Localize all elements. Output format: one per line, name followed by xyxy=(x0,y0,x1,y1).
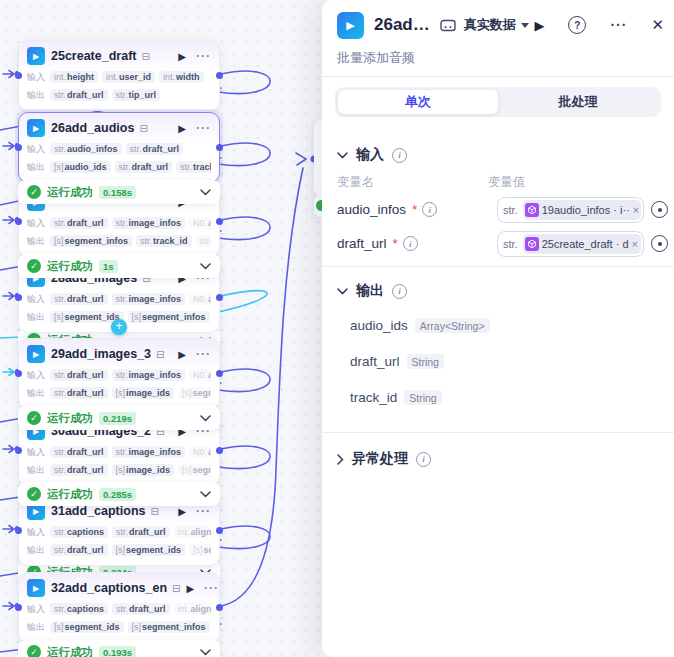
tab-batch[interactable]: 批处理 xyxy=(498,90,658,114)
node-title: 25create_draft xyxy=(51,49,136,63)
add-node-on-edge-button[interactable]: + xyxy=(111,319,127,335)
param-tag: int.height xyxy=(50,71,98,83)
input-port[interactable] xyxy=(15,604,22,611)
output-type-badge: String xyxy=(404,390,441,405)
variable-reference-tag[interactable]: 25create_draft · d× xyxy=(523,234,641,254)
variable-value-input[interactable]: str.19audio_infos · i··× xyxy=(497,197,644,223)
param-type-prefix: str. xyxy=(54,218,66,228)
tab-single[interactable]: 单次 xyxy=(338,90,498,114)
node-type-icon: ▶ xyxy=(27,119,45,137)
param-name: segment_infos xyxy=(142,312,206,322)
node-run-button[interactable]: ▶ xyxy=(178,51,186,62)
node-more-button[interactable]: ··· xyxy=(196,504,211,518)
workflow-node[interactable]: ▶26add_audios⊟▶···输入str.audio_infosstr.d… xyxy=(18,112,220,183)
param-name: user_id xyxy=(119,72,151,82)
bookmark-icon: ⊟ xyxy=(139,123,147,134)
param-type-prefix: str. xyxy=(54,447,66,457)
input-section-header[interactable]: 输入 i xyxy=(337,146,407,164)
input-port[interactable] xyxy=(15,370,22,377)
run-status-badge[interactable]: ✓运行成功0.285s xyxy=(18,482,220,506)
node-more-button[interactable]: ··· xyxy=(204,581,219,595)
output-port[interactable] xyxy=(216,72,223,79)
workflow-node[interactable]: ▶25create_draft⊟▶···输入int.heightint.user… xyxy=(18,40,220,111)
node-run-button[interactable]: ▶ xyxy=(178,349,186,360)
remove-reference-icon[interactable]: × xyxy=(633,204,639,216)
output-port[interactable] xyxy=(216,218,223,225)
chevron-down-icon xyxy=(521,23,529,28)
param-name: draft_url xyxy=(67,545,104,555)
param-name: tip_url xyxy=(129,90,157,100)
param-name: track_id xyxy=(193,162,211,172)
workflow-node[interactable]: ▶32add_captions_en⊟▶···输入str.captionsstr… xyxy=(18,572,220,643)
output-port[interactable] xyxy=(216,370,223,377)
param-type-prefix: [s] xyxy=(132,622,142,632)
param-row-label: 输入 xyxy=(27,603,45,616)
output-port[interactable] xyxy=(216,604,223,611)
param-type-prefix: [s] xyxy=(116,545,126,555)
output-type-badge: Array<String> xyxy=(415,318,490,333)
param-tag: int.width xyxy=(159,71,204,83)
param-type-prefix: str. xyxy=(116,294,128,304)
param-type-prefix: str. xyxy=(130,144,142,154)
input-port[interactable] xyxy=(15,218,22,225)
chevron-down-icon[interactable] xyxy=(200,263,211,270)
node-run-button[interactable]: ▶ xyxy=(186,583,194,594)
node-header: ▶29add_images_3⊟▶··· xyxy=(27,342,211,366)
data-mode-dropdown[interactable]: 真实数据 xyxy=(464,16,529,34)
test-data-icon[interactable] xyxy=(440,19,456,32)
workflow-node[interactable]: ▶29add_images_3⊟▶···输入str.draft_urlstr.i… xyxy=(18,338,220,409)
output-section-header[interactable]: 输出 i xyxy=(337,282,407,300)
input-variable-name: draft_url*i xyxy=(337,236,418,251)
run-status-badge[interactable]: ✓运行成功1s xyxy=(18,254,220,278)
param-tag: [s]segment_infos xyxy=(50,235,132,247)
param-tag: str.draft_url xyxy=(50,446,108,458)
chevron-down-icon[interactable] xyxy=(200,491,211,498)
input-port[interactable] xyxy=(15,447,22,454)
node-actions: ▶··· xyxy=(178,121,211,135)
output-port[interactable] xyxy=(216,527,223,534)
node-run-button[interactable]: ▶ xyxy=(178,506,186,517)
node-more-button[interactable]: ··· xyxy=(196,121,211,135)
exception-section-title: 异常处理 xyxy=(352,450,408,468)
variable-reference-tag[interactable]: 19audio_infos · i··× xyxy=(523,200,641,220)
input-port[interactable] xyxy=(15,294,22,301)
param-tag: [s]image_ids xyxy=(112,387,175,399)
param-tag: N0.alpha xyxy=(189,446,211,458)
output-port[interactable] xyxy=(216,294,223,301)
param-name: draft_url xyxy=(67,465,104,475)
node-type-icon: ▶ xyxy=(27,47,45,65)
run-duration: 0.219s xyxy=(99,412,136,425)
param-row-label: 输出 xyxy=(27,161,45,174)
locate-node-icon[interactable] xyxy=(651,201,668,218)
run-status-badge[interactable]: ✓运行成功0.219s xyxy=(18,406,220,430)
variable-value-input[interactable]: str.25create_draft · d× xyxy=(497,231,644,257)
param-name: draft_url xyxy=(67,294,104,304)
run-button[interactable]: ▶ xyxy=(534,18,544,33)
run-status-badge[interactable]: ✓运行成功0.158s xyxy=(18,180,220,204)
success-check-icon: ✓ xyxy=(27,259,41,273)
node-run-button[interactable]: ▶ xyxy=(178,123,186,134)
chevron-down-icon[interactable] xyxy=(200,649,211,656)
help-icon[interactable]: ? xyxy=(568,16,586,34)
input-port[interactable] xyxy=(15,144,22,151)
run-status-badge[interactable]: ✓运行成功0.193s xyxy=(18,640,220,657)
input-port[interactable] xyxy=(15,72,22,79)
output-name: draft_url xyxy=(350,354,400,369)
node-more-button[interactable]: ··· xyxy=(196,347,211,361)
remove-reference-icon[interactable]: × xyxy=(632,238,638,250)
output-port[interactable] xyxy=(216,447,223,454)
param-type-prefix: str. xyxy=(180,162,192,172)
node-more-button[interactable]: ··· xyxy=(196,49,211,63)
chevron-down-icon[interactable] xyxy=(200,415,211,422)
param-name: image_ids xyxy=(126,465,170,475)
more-menu-button[interactable]: ··· xyxy=(610,17,627,33)
run-status-label: 运行成功 xyxy=(47,645,93,657)
close-icon[interactable]: ✕ xyxy=(651,16,664,34)
chevron-down-icon[interactable] xyxy=(200,189,211,196)
node-header: ▶32add_captions_en⊟▶··· xyxy=(27,576,211,600)
exception-section-header[interactable]: 异常处理 i xyxy=(337,450,431,468)
input-port[interactable] xyxy=(15,527,22,534)
output-port[interactable] xyxy=(216,144,223,151)
param-tag: str.draft_url xyxy=(50,464,108,476)
locate-node-icon[interactable] xyxy=(651,235,668,252)
